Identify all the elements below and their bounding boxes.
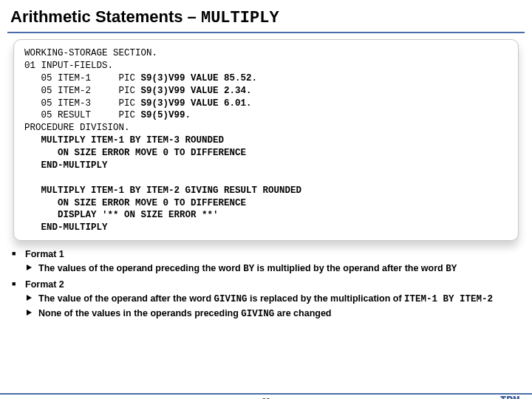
format-1-bullet: The values of the operand preceding the … (12, 262, 520, 276)
format-1-heading: Format 1 (12, 248, 520, 261)
page-title: Arithmetic Statements – MULTIPLY (0, 0, 532, 32)
code-line-bold: S9(5)V99. (141, 110, 191, 120)
code-line-bold: MULTIPLY ITEM-1 BY ITEM-3 ROUNDED (24, 135, 224, 146)
text: are changed (274, 308, 331, 318)
code-line: 05 ITEM-3 PIC (24, 98, 141, 109)
text: None of the values in the operands prece… (38, 308, 241, 318)
code-blank (24, 173, 30, 183)
title-keyword: MULTIPLY (201, 9, 279, 27)
code-line-bold: ON SIZE ERROR MOVE 0 TO DIFFERENCE (24, 198, 246, 208)
text: The value of the operand after the word (38, 293, 214, 304)
keyword-giving: GIVING (214, 294, 248, 304)
format-2-bullet-b: None of the values in the operands prece… (12, 307, 520, 321)
code-line-bold: MULTIPLY ITEM-1 BY ITEM-2 GIVING RESULT … (24, 185, 301, 196)
notes-section: Format 1 The values of the operand prece… (12, 248, 520, 320)
format-2-heading: Format 2 (12, 279, 520, 291)
code-line: 05 RESULT PIC (24, 110, 141, 120)
code-line: 05 ITEM-1 PIC (24, 73, 141, 83)
ibm-logo: IBM (497, 393, 522, 399)
code-line-bold: S9(3)V99 VALUE 85.52. (141, 73, 258, 83)
keyword-item-expr: ITEM-1 BY ITEM-2 (404, 294, 493, 304)
code-line-bold: END-MULTIPLY (24, 222, 108, 233)
format-2-bullet-a: The value of the operand after the word … (12, 293, 520, 306)
code-line-bold: ON SIZE ERROR MOVE 0 TO DIFFERENCE (24, 148, 246, 158)
code-line-bold: END-MULTIPLY (24, 160, 108, 171)
code-listing: WORKING-STORAGE SECTION. 01 INPUT-FIELDS… (13, 39, 519, 241)
keyword-giving: GIVING (241, 309, 274, 319)
keyword-by: BY (446, 264, 457, 274)
code-line: 05 ITEM-2 PIC (24, 86, 141, 96)
title-rule (7, 32, 525, 33)
code-line-bold: S9(3)V99 VALUE 6.01. (141, 98, 252, 109)
text: is multiplied by the operand after the w… (254, 263, 446, 273)
keyword-by: BY (243, 264, 254, 274)
code-line-bold: S9(3)V99 VALUE 2.34. (141, 86, 252, 96)
text: is replaced by the multiplication of (248, 293, 405, 304)
code-line: 01 INPUT-FIELDS. (24, 61, 113, 71)
code-line: WORKING-STORAGE SECTION. (24, 48, 157, 58)
footer: 30 IBM (0, 393, 532, 396)
text: The values of the operand preceding the … (38, 263, 243, 273)
code-line: PROCEDURE DIVISION. (24, 123, 130, 133)
title-prefix: Arithmetic Statements – (10, 7, 201, 26)
code-line-bold: DISPLAY '** ON SIZE ERROR **' (24, 210, 219, 220)
